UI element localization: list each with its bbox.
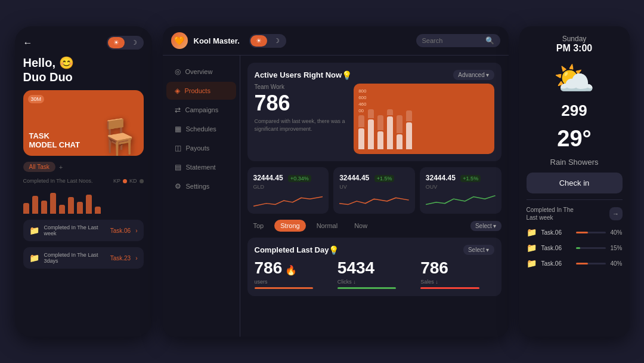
divider	[527, 199, 623, 200]
active-users-inner: Team Work 786 Compared with last week, t…	[255, 84, 494, 154]
completed-last-day-header: Completed Last Day 💡 Select ▾	[255, 245, 494, 255]
bar-seg	[358, 115, 364, 127]
search-box: 🔍	[416, 34, 500, 47]
task-link-1[interactable]: Task.06	[110, 227, 131, 234]
task-progress-3: 📁 Task.06 40%	[527, 259, 623, 268]
ss-value-3: 32444.45	[426, 174, 456, 182]
tp-folder-3: 📁	[527, 259, 537, 268]
tp-bar-bg-3	[576, 263, 606, 264]
tp-pct-3: 40%	[611, 260, 623, 267]
cs-big-3: 786	[420, 259, 494, 278]
tp-name-1: Task.06	[541, 229, 571, 236]
bar-5	[59, 205, 65, 214]
tab-select-button[interactable]: Select ▾	[470, 221, 501, 231]
tp-bar-bg-1	[576, 232, 606, 233]
ss-change-3: +1.5%	[460, 175, 481, 182]
sidebar-item-payouts[interactable]: ◫ Payouts	[166, 139, 236, 157]
dash-light-btn[interactable]: ☀	[250, 35, 267, 47]
dashboard-panel: 🧡 Kool Master. ☀ ☽ 🔍 ◎ Overview ◈ Produc	[163, 26, 509, 337]
cs-label-1: users	[255, 279, 328, 285]
task-link-2[interactable]: Task.23	[110, 255, 131, 262]
tab-row: Top Strong Normal Now Select ▾	[247, 220, 501, 232]
weather-panel: Sunday PM 3:00 ⛅ 299 29° Rain Showers Ch…	[519, 26, 630, 337]
products-icon: ◈	[175, 87, 180, 95]
weather-clock: PM 3:00	[527, 43, 623, 54]
cs-bar-1	[255, 287, 314, 289]
cs-big-2: 5434	[338, 259, 411, 278]
bulb-icon: 💡	[342, 70, 352, 80]
statement-icon: ▤	[175, 163, 181, 171]
small-stat-gld: 32444.45 +0.34% GLD	[247, 167, 329, 214]
sidebar-label-campaigns: Campaigns	[185, 106, 219, 113]
sidebar-item-campaigns[interactable]: ⇄ Campaigns	[166, 101, 236, 119]
screen-background: ← ☀ ☽ Hello, 😊 Duo Duo 30M TASKMODEL CHA…	[0, 0, 644, 363]
bar-seg	[377, 131, 383, 149]
small-stats-row: 32444.45 +0.34% GLD 32444.45	[247, 167, 501, 214]
bar-col-3	[377, 115, 383, 149]
sidebar-item-products[interactable]: ◈ Products	[166, 82, 236, 100]
tab-now[interactable]: Now	[348, 220, 373, 232]
sidebar-item-overview[interactable]: ◎ Overview	[166, 63, 236, 81]
task-item-1-label: Completed In The Last week	[44, 224, 106, 236]
bar-4	[50, 193, 56, 214]
tp-name-3: Task.06	[541, 260, 571, 267]
phone-mini-bars	[23, 190, 144, 214]
tp-folder-1: 📁	[527, 227, 537, 237]
cs-label-3: Sales ↓	[420, 279, 494, 285]
filter-all-task[interactable]: All Task	[23, 162, 55, 172]
task-filter-row: All Task +	[23, 162, 144, 172]
sidebar-label-payouts: Payouts	[186, 144, 210, 152]
bar-chart-area: 80060046000	[354, 84, 494, 154]
payouts-icon: ◫	[175, 144, 181, 152]
phone-banner: 30M TASKMODEL CHAT 🪑	[23, 90, 144, 156]
bar-chart-labels: 80060046000	[358, 88, 489, 113]
dashboard-header: 🧡 Kool Master. ☀ ☽ 🔍	[163, 26, 509, 56]
tab-top[interactable]: Top	[247, 220, 270, 232]
advanced-button[interactable]: Advanced ▾	[453, 70, 494, 80]
ss-label-3: OUV	[426, 184, 496, 190]
dark-mode-button[interactable]: ☽	[126, 37, 143, 48]
completed-week-header: Completed In TheLast week →	[527, 206, 623, 222]
sidebar-item-statement[interactable]: ▤ Statement	[166, 158, 236, 176]
sidebar-label-products: Products	[185, 87, 210, 94]
completed-select-button[interactable]: Select ▾	[463, 245, 494, 255]
weather-cloud-icon: ⛅	[553, 62, 595, 96]
bar-col-6	[406, 110, 412, 149]
kd-dot	[140, 179, 144, 183]
task-progress-2: 📁 Task.06 15%	[527, 243, 623, 253]
completed-week-label: Completed In TheLast week	[527, 206, 574, 222]
bar-7	[77, 202, 83, 214]
brand-avatar: 🧡	[171, 32, 188, 49]
completed-stats: 786 🔥 users 5434 Clicks ↓ 786	[255, 259, 494, 289]
bar-seg	[406, 110, 412, 121]
bar-seg	[397, 134, 402, 149]
sidebar: ◎ Overview ◈ Products ⇄ Campaigns ▦ Sche…	[163, 56, 240, 337]
sidebar-label-statement: Statement	[186, 164, 216, 171]
tab-strong[interactable]: Strong	[274, 220, 305, 232]
tp-bar-fill-2	[576, 247, 581, 249]
checkin-button[interactable]: Check in	[527, 173, 623, 193]
completed-week-arrow[interactable]: →	[609, 207, 623, 220]
tp-pct-2: 15%	[611, 245, 623, 251]
cs-item-users: 786 🔥 users	[255, 259, 328, 289]
weather-desc: Rain Showers	[527, 158, 623, 167]
phone-topbar: ← ☀ ☽	[23, 36, 144, 50]
tab-normal[interactable]: Normal	[311, 220, 343, 232]
task-item-2-label: Completed In The Last 3days	[44, 252, 106, 264]
ss-value-1: 32444.45	[253, 174, 283, 182]
ss-sparkline-2	[339, 192, 409, 209]
bar-3	[41, 201, 47, 214]
back-button[interactable]: ←	[23, 38, 33, 48]
dash-dark-btn[interactable]: ☽	[268, 35, 285, 47]
cs-big-1: 786 🔥	[255, 259, 328, 278]
sidebar-label-overview: Overview	[185, 68, 213, 75]
theme-toggle-group: ☀ ☽	[107, 36, 144, 50]
filter-plus-icon[interactable]: +	[59, 164, 63, 171]
light-mode-button[interactable]: ☀	[108, 37, 125, 48]
phone-greeting: Hello, 😊 Duo Duo	[23, 56, 144, 84]
cs-bar-2	[338, 287, 397, 289]
search-input[interactable]	[422, 37, 482, 44]
sidebar-item-schedules[interactable]: ▦ Schedules	[166, 120, 236, 138]
sidebar-item-settings[interactable]: ⚙ Settings	[166, 177, 236, 195]
bar-8	[86, 195, 92, 214]
